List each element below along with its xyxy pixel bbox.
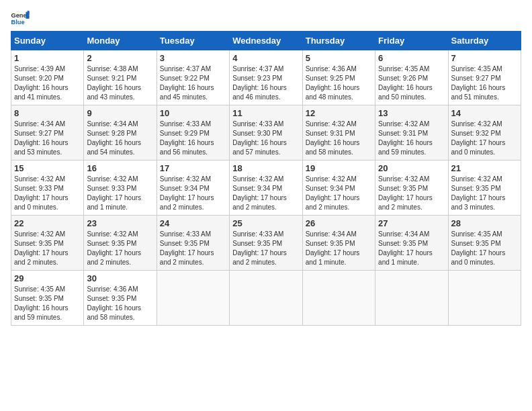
day-number: 20 <box>378 163 445 173</box>
calendar-cell: 30 Sunrise: 4:36 AM Sunset: 9:35 PM Dayl… <box>84 271 157 326</box>
calendar-cell: 3 Sunrise: 4:37 AM Sunset: 9:22 PM Dayli… <box>157 50 229 105</box>
day-info: Sunrise: 4:32 AM Sunset: 9:35 PM Dayligh… <box>14 230 81 267</box>
day-number: 23 <box>87 218 153 228</box>
day-info: Sunrise: 4:33 AM Sunset: 9:29 PM Dayligh… <box>160 120 226 157</box>
calendar-table: SundayMondayTuesdayWednesdayThursdayFrid… <box>11 31 521 326</box>
day-info: Sunrise: 4:33 AM Sunset: 9:30 PM Dayligh… <box>232 120 299 157</box>
calendar-cell: 8 Sunrise: 4:34 AM Sunset: 9:27 PM Dayli… <box>11 105 84 161</box>
weekday-header: Friday <box>375 32 448 50</box>
calendar-cell: 17 Sunrise: 4:32 AM Sunset: 9:34 PM Dayl… <box>157 161 229 216</box>
day-info: Sunrise: 4:33 AM Sunset: 9:35 PM Dayligh… <box>160 230 226 267</box>
day-number: 22 <box>14 218 81 228</box>
day-number: 2 <box>87 53 153 63</box>
day-number: 6 <box>378 53 445 63</box>
day-number: 7 <box>451 53 518 63</box>
calendar-cell: 25 Sunrise: 4:33 AM Sunset: 9:35 PM Dayl… <box>230 216 302 271</box>
day-info: Sunrise: 4:32 AM Sunset: 9:35 PM Dayligh… <box>378 175 445 212</box>
day-info: Sunrise: 4:32 AM Sunset: 9:31 PM Dayligh… <box>306 120 372 157</box>
logo: General Blue <box>11 11 30 26</box>
calendar-cell: 12 Sunrise: 4:32 AM Sunset: 9:31 PM Dayl… <box>302 105 375 161</box>
day-number: 14 <box>451 108 518 118</box>
day-info: Sunrise: 4:34 AM Sunset: 9:27 PM Dayligh… <box>14 120 81 157</box>
day-info: Sunrise: 4:32 AM Sunset: 9:35 PM Dayligh… <box>451 175 518 212</box>
calendar-cell: 22 Sunrise: 4:32 AM Sunset: 9:35 PM Dayl… <box>11 216 84 271</box>
day-info: Sunrise: 4:32 AM Sunset: 9:33 PM Dayligh… <box>87 175 153 212</box>
calendar-cell: 15 Sunrise: 4:32 AM Sunset: 9:33 PM Dayl… <box>11 161 84 216</box>
day-info: Sunrise: 4:37 AM Sunset: 9:23 PM Dayligh… <box>232 64 299 102</box>
day-number: 16 <box>87 163 153 173</box>
calendar-cell: 26 Sunrise: 4:34 AM Sunset: 9:35 PM Dayl… <box>302 216 375 271</box>
day-info: Sunrise: 4:34 AM Sunset: 9:35 PM Dayligh… <box>378 230 445 267</box>
day-info: Sunrise: 4:36 AM Sunset: 9:35 PM Dayligh… <box>87 285 153 322</box>
weekday-header: Tuesday <box>157 32 229 50</box>
day-info: Sunrise: 4:32 AM Sunset: 9:31 PM Dayligh… <box>378 120 445 157</box>
calendar-cell: 13 Sunrise: 4:32 AM Sunset: 9:31 PM Dayl… <box>375 105 448 161</box>
day-number: 10 <box>160 108 226 118</box>
day-info: Sunrise: 4:34 AM Sunset: 9:35 PM Dayligh… <box>306 230 372 267</box>
calendar-week-row: 1 Sunrise: 4:39 AM Sunset: 9:20 PM Dayli… <box>11 50 521 105</box>
calendar-cell: 29 Sunrise: 4:35 AM Sunset: 9:35 PM Dayl… <box>11 271 84 326</box>
day-info: Sunrise: 4:35 AM Sunset: 9:27 PM Dayligh… <box>451 64 518 102</box>
day-number: 27 <box>378 218 445 228</box>
calendar-cell: 2 Sunrise: 4:38 AM Sunset: 9:21 PM Dayli… <box>84 50 157 105</box>
calendar-cell <box>448 271 521 326</box>
day-number: 9 <box>87 108 153 118</box>
day-info: Sunrise: 4:36 AM Sunset: 9:25 PM Dayligh… <box>306 64 372 102</box>
calendar-week-row: 29 Sunrise: 4:35 AM Sunset: 9:35 PM Dayl… <box>11 271 521 326</box>
day-info: Sunrise: 4:35 AM Sunset: 9:26 PM Dayligh… <box>378 64 445 102</box>
calendar-cell: 14 Sunrise: 4:32 AM Sunset: 9:32 PM Dayl… <box>448 105 521 161</box>
calendar-cell: 7 Sunrise: 4:35 AM Sunset: 9:27 PM Dayli… <box>448 50 521 105</box>
day-info: Sunrise: 4:35 AM Sunset: 9:35 PM Dayligh… <box>451 230 518 267</box>
day-number: 4 <box>232 53 299 63</box>
day-number: 1 <box>14 53 81 63</box>
calendar-cell: 23 Sunrise: 4:32 AM Sunset: 9:35 PM Dayl… <box>84 216 157 271</box>
day-number: 24 <box>160 218 226 228</box>
weekday-header: Wednesday <box>230 32 302 50</box>
calendar-cell: 6 Sunrise: 4:35 AM Sunset: 9:26 PM Dayli… <box>375 50 448 105</box>
calendar-cell: 1 Sunrise: 4:39 AM Sunset: 9:20 PM Dayli… <box>11 50 84 105</box>
day-number: 29 <box>14 273 81 283</box>
day-number: 19 <box>306 163 372 173</box>
day-info: Sunrise: 4:32 AM Sunset: 9:34 PM Dayligh… <box>160 175 226 212</box>
weekday-header: Thursday <box>302 32 375 50</box>
day-number: 3 <box>160 53 226 63</box>
day-number: 5 <box>306 53 372 63</box>
calendar-cell: 18 Sunrise: 4:32 AM Sunset: 9:34 PM Dayl… <box>230 161 302 216</box>
day-info: Sunrise: 4:33 AM Sunset: 9:35 PM Dayligh… <box>232 230 299 267</box>
calendar-week-row: 15 Sunrise: 4:32 AM Sunset: 9:33 PM Dayl… <box>11 161 521 216</box>
day-info: Sunrise: 4:38 AM Sunset: 9:21 PM Dayligh… <box>87 64 153 102</box>
calendar-week-row: 8 Sunrise: 4:34 AM Sunset: 9:27 PM Dayli… <box>11 105 521 161</box>
day-info: Sunrise: 4:32 AM Sunset: 9:35 PM Dayligh… <box>87 230 153 267</box>
calendar-cell: 19 Sunrise: 4:32 AM Sunset: 9:34 PM Dayl… <box>302 161 375 216</box>
calendar-cell <box>302 271 375 326</box>
weekday-header: Monday <box>84 32 157 50</box>
calendar-cell: 21 Sunrise: 4:32 AM Sunset: 9:35 PM Dayl… <box>448 161 521 216</box>
weekday-header: Sunday <box>11 32 84 50</box>
calendar-cell: 28 Sunrise: 4:35 AM Sunset: 9:35 PM Dayl… <box>448 216 521 271</box>
svg-text:Blue: Blue <box>11 19 24 26</box>
day-info: Sunrise: 4:32 AM Sunset: 9:34 PM Dayligh… <box>232 175 299 212</box>
day-number: 26 <box>306 218 372 228</box>
calendar-cell: 27 Sunrise: 4:34 AM Sunset: 9:35 PM Dayl… <box>375 216 448 271</box>
day-info: Sunrise: 4:35 AM Sunset: 9:35 PM Dayligh… <box>14 285 81 322</box>
calendar-cell <box>157 271 229 326</box>
weekday-header: Saturday <box>448 32 521 50</box>
day-info: Sunrise: 4:37 AM Sunset: 9:22 PM Dayligh… <box>160 64 226 102</box>
day-number: 12 <box>306 108 372 118</box>
day-number: 28 <box>451 218 518 228</box>
calendar-week-row: 22 Sunrise: 4:32 AM Sunset: 9:35 PM Dayl… <box>11 216 521 271</box>
day-info: Sunrise: 4:34 AM Sunset: 9:28 PM Dayligh… <box>87 120 153 157</box>
calendar-cell <box>375 271 448 326</box>
calendar-cell: 5 Sunrise: 4:36 AM Sunset: 9:25 PM Dayli… <box>302 50 375 105</box>
calendar-cell: 4 Sunrise: 4:37 AM Sunset: 9:23 PM Dayli… <box>230 50 302 105</box>
day-info: Sunrise: 4:32 AM Sunset: 9:34 PM Dayligh… <box>306 175 372 212</box>
calendar-cell: 24 Sunrise: 4:33 AM Sunset: 9:35 PM Dayl… <box>157 216 229 271</box>
day-number: 15 <box>14 163 81 173</box>
calendar-cell: 10 Sunrise: 4:33 AM Sunset: 9:29 PM Dayl… <box>157 105 229 161</box>
calendar-cell: 11 Sunrise: 4:33 AM Sunset: 9:30 PM Dayl… <box>230 105 302 161</box>
weekday-header-row: SundayMondayTuesdayWednesdayThursdayFrid… <box>11 32 521 50</box>
day-number: 13 <box>378 108 445 118</box>
day-number: 25 <box>232 218 299 228</box>
day-number: 8 <box>14 108 81 118</box>
calendar-cell: 16 Sunrise: 4:32 AM Sunset: 9:33 PM Dayl… <box>84 161 157 216</box>
